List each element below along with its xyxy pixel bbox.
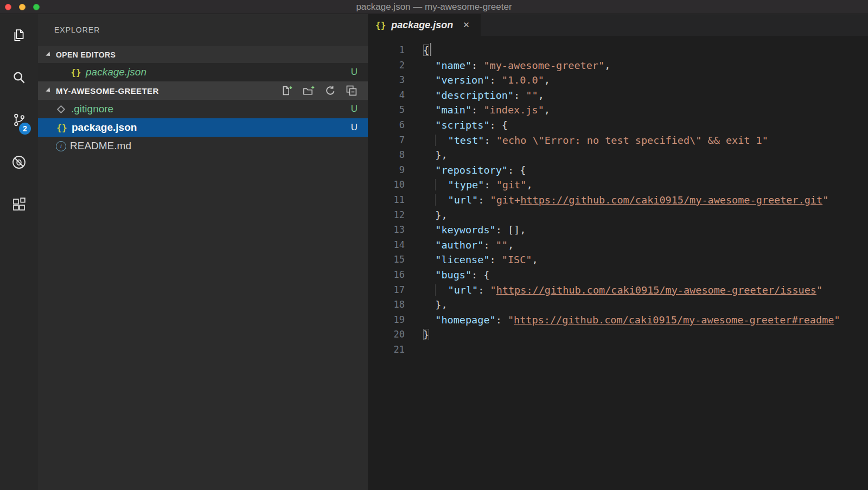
- new-folder-button[interactable]: [303, 85, 315, 96]
- line-number: 15: [368, 252, 405, 268]
- debug-icon: [11, 154, 27, 170]
- code-line[interactable]: "author": "",: [423, 238, 840, 253]
- folder-name-label: MY-AWESOME-GREETER: [56, 86, 159, 96]
- extensions-icon: [11, 197, 27, 212]
- open-editor-name: package.json: [86, 66, 146, 78]
- collapse-all-icon: [346, 85, 357, 96]
- code-line[interactable]: "bugs": {: [423, 268, 840, 283]
- vscode-window: package.json — my-awesome-greeter: [0, 0, 868, 490]
- refresh-icon: [325, 85, 336, 96]
- line-number: 4: [368, 88, 405, 103]
- chevron-expanded-icon: [46, 52, 52, 58]
- line-number: 8: [368, 148, 405, 163]
- open-editors-label: OPEN EDITORS: [56, 50, 116, 59]
- code-line[interactable]: }: [423, 327, 840, 342]
- titlebar: package.json — my-awesome-greeter: [0, 0, 868, 14]
- refresh-button[interactable]: [325, 85, 336, 96]
- line-number: 13: [368, 222, 405, 238]
- code-line[interactable]: {: [423, 43, 840, 58]
- code-line[interactable]: "url": "https://github.com/caki0915/my-a…: [423, 283, 840, 298]
- search-icon: [11, 70, 27, 85]
- code-line[interactable]: "type": "git",: [423, 177, 840, 193]
- code-line[interactable]: [423, 342, 840, 358]
- file-name: README.md: [70, 140, 131, 152]
- line-number: 11: [368, 193, 405, 208]
- code-line[interactable]: "license": "ISC",: [423, 252, 840, 268]
- line-number: 12: [368, 208, 405, 223]
- code-line[interactable]: },: [423, 148, 840, 163]
- line-number: 6: [368, 118, 405, 133]
- line-number: 1: [368, 43, 405, 58]
- code-line[interactable]: "keywords": [],: [423, 222, 840, 238]
- chevron-expanded-icon: [46, 87, 52, 93]
- editor-group: {} package.json ✕ 1234567891011121314151…: [368, 14, 868, 490]
- files-icon: [11, 28, 27, 43]
- tab-package-json[interactable]: {} package.json ✕: [368, 14, 481, 36]
- code-line[interactable]: "test": "echo \"Error: no test specified…: [423, 133, 840, 148]
- line-number: 9: [368, 163, 405, 178]
- line-number: 5: [368, 103, 405, 118]
- line-number: 18: [368, 297, 405, 313]
- activity-bar: 2: [0, 14, 38, 490]
- code-line[interactable]: },: [423, 297, 840, 313]
- minimize-window-button[interactable]: [19, 4, 25, 10]
- activity-extensions[interactable]: [0, 183, 38, 226]
- code-line[interactable]: "version": "1.0.0",: [423, 73, 840, 88]
- code-line[interactable]: "main": "index.js",: [423, 103, 840, 118]
- line-number: 16: [368, 268, 405, 283]
- open-editors-header[interactable]: OPEN EDITORS: [38, 46, 368, 63]
- git-status-badge: U: [351, 122, 358, 133]
- activity-debug[interactable]: [0, 141, 38, 183]
- line-number: 10: [368, 177, 405, 193]
- new-file-icon: [281, 85, 292, 96]
- new-file-button[interactable]: [281, 85, 292, 96]
- workbench: 2: [0, 14, 868, 490]
- open-editor-package-json[interactable]: {} package.json U: [38, 63, 368, 81]
- code-line[interactable]: "scripts": {: [423, 118, 840, 133]
- folder-actions: [281, 85, 368, 96]
- file-name: .gitignore: [71, 103, 113, 115]
- traffic-lights: [5, 4, 40, 10]
- code-line[interactable]: "url": "git+https://github.com/caki0915/…: [423, 193, 840, 208]
- sidebar-title: EXPLORER: [38, 14, 368, 46]
- file-row-readme[interactable]: i README.md: [38, 137, 368, 155]
- tab-bar: {} package.json ✕: [368, 14, 868, 36]
- line-number: 19: [368, 313, 405, 328]
- code-line[interactable]: "repository": {: [423, 163, 840, 178]
- code-lines[interactable]: { "name": "my-awesome-greeter", "version…: [423, 43, 840, 490]
- collapse-all-button[interactable]: [346, 85, 357, 96]
- git-status-badge: U: [351, 104, 358, 114]
- file-row-gitignore[interactable]: .gitignore U: [38, 100, 368, 118]
- code-line[interactable]: "name": "my-awesome-greeter",: [423, 58, 840, 73]
- code-line[interactable]: },: [423, 208, 840, 223]
- activity-source-control[interactable]: 2: [0, 99, 38, 141]
- file-row-package-json[interactable]: {} package.json U: [38, 118, 368, 137]
- activity-search[interactable]: [0, 56, 38, 99]
- scm-count-badge: 2: [19, 123, 31, 135]
- json-icon: {}: [375, 20, 386, 30]
- git-status-badge: U: [351, 67, 358, 78]
- gitignore-icon: [57, 105, 66, 113]
- folder-header[interactable]: MY-AWESOME-GREETER: [38, 81, 368, 100]
- activity-explorer[interactable]: [0, 14, 38, 56]
- zoom-window-button[interactable]: [33, 4, 40, 10]
- code-line[interactable]: "description": "",: [423, 88, 840, 103]
- info-icon: i: [56, 141, 66, 151]
- json-icon: {}: [56, 123, 68, 133]
- window-title: package.json — my-awesome-greeter: [0, 0, 868, 14]
- line-number: 17: [368, 283, 405, 298]
- line-number: 7: [368, 133, 405, 148]
- code-editor[interactable]: 123456789101112131415161718192021 { "nam…: [368, 36, 868, 490]
- sidebar-explorer: EXPLORER OPEN EDITORS {} package.json U …: [38, 14, 368, 490]
- new-folder-icon: [303, 85, 315, 96]
- json-icon: {}: [70, 67, 82, 78]
- line-number: 14: [368, 238, 405, 253]
- line-number: 2: [368, 58, 405, 73]
- file-name: package.json: [72, 122, 137, 133]
- code-line[interactable]: "homepage": "https://github.com/caki0915…: [423, 313, 840, 328]
- close-tab-button[interactable]: ✕: [463, 20, 470, 30]
- line-number: 21: [368, 342, 405, 358]
- gutter: 123456789101112131415161718192021: [368, 43, 405, 490]
- close-window-button[interactable]: [5, 4, 11, 10]
- line-number: 3: [368, 73, 405, 88]
